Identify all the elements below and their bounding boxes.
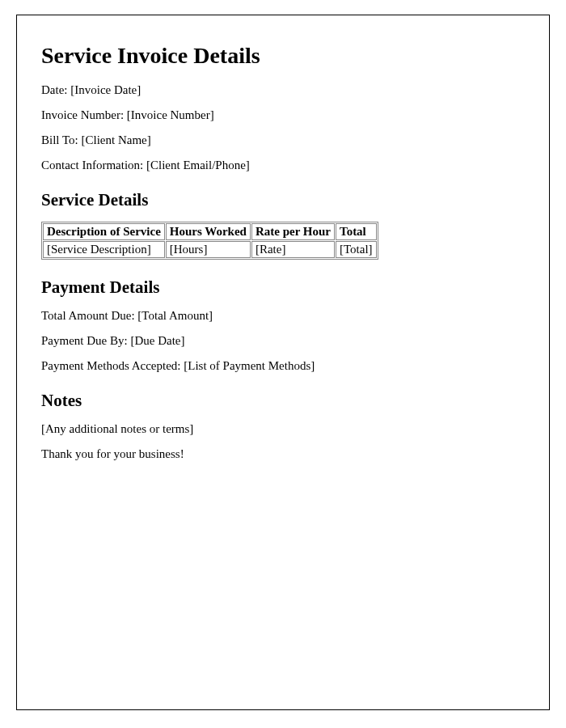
total-due-value: [Total Amount] [137, 309, 213, 322]
cell-total: [Total] [336, 241, 377, 258]
cell-hours: [Hours] [166, 241, 251, 258]
invoice-page: Service Invoice Details Date: [Invoice D… [16, 15, 550, 710]
bill-to-value: [Client Name] [82, 133, 151, 146]
bill-to-label: Bill To: [41, 133, 82, 146]
payment-details-heading: Payment Details [41, 277, 525, 298]
due-by-line: Payment Due By: [Due Date] [41, 334, 525, 348]
notes-heading: Notes [41, 391, 525, 411]
due-by-label: Payment Due By: [41, 334, 130, 347]
cell-rate: [Rate] [251, 241, 335, 258]
col-hours: Hours Worked [166, 223, 251, 240]
total-due-line: Total Amount Due: [Total Amount] [41, 309, 525, 323]
date-label: Date: [41, 83, 70, 96]
contact-line: Contact Information: [Client Email/Phone… [41, 159, 525, 172]
table-row: [Service Description] [Hours] [Rate] [To… [43, 241, 377, 258]
total-due-label: Total Amount Due: [41, 309, 137, 322]
page-title: Service Invoice Details [41, 43, 525, 69]
service-details-heading: Service Details [41, 190, 525, 210]
methods-value: [List of Payment Methods] [184, 359, 315, 372]
invoice-number-value: [Invoice Number] [127, 108, 214, 121]
due-by-value: [Due Date] [130, 334, 184, 347]
methods-line: Payment Methods Accepted: [List of Payme… [41, 359, 525, 373]
invoice-number-line: Invoice Number: [Invoice Number] [41, 108, 525, 122]
col-total: Total [336, 223, 377, 240]
invoice-number-label: Invoice Number: [41, 108, 127, 121]
date-value: [Invoice Date] [70, 83, 141, 96]
col-description: Description of Service [43, 223, 165, 240]
table-header-row: Description of Service Hours Worked Rate… [43, 223, 377, 240]
bill-to-line: Bill To: [Client Name] [41, 133, 525, 147]
service-details-table: Description of Service Hours Worked Rate… [41, 222, 378, 260]
methods-label: Payment Methods Accepted: [41, 359, 184, 372]
notes-thanks: Thank you for your business! [41, 447, 525, 461]
contact-label: Contact Information: [41, 159, 146, 171]
col-rate: Rate per Hour [251, 223, 335, 240]
cell-description: [Service Description] [43, 241, 165, 258]
notes-additional: [Any additional notes or terms] [41, 422, 525, 436]
date-line: Date: [Invoice Date] [41, 83, 525, 97]
contact-value: [Client Email/Phone] [146, 159, 250, 171]
